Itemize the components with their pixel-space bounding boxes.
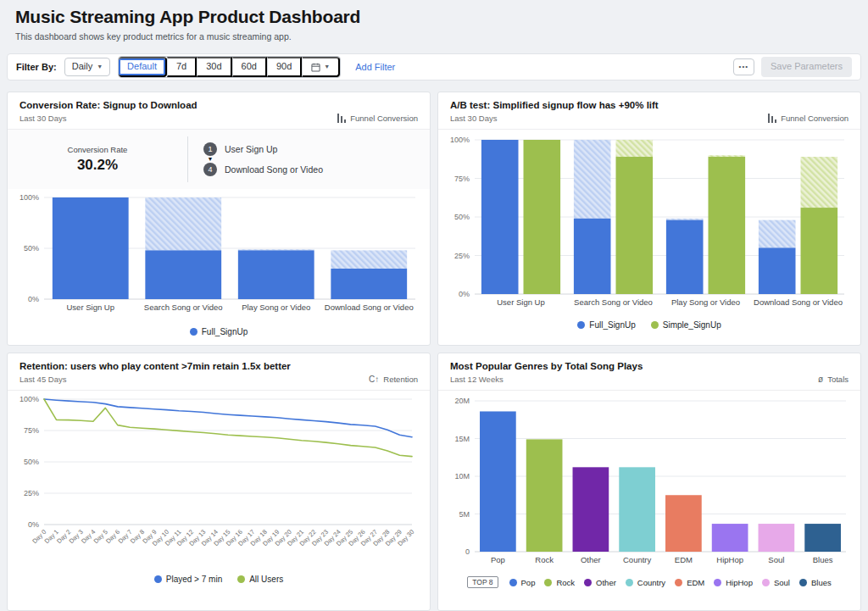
y-tick-label: 75% [24,426,39,435]
range-button-default[interactable]: Default [119,57,167,76]
line-series[interactable] [44,399,412,457]
bar-soul[interactable] [759,524,795,552]
bar-country[interactable] [619,467,655,552]
legend-label: Simple_SignUp [663,320,721,330]
bar-segment[interactable] [709,157,746,294]
funnel-steps: 1 User Sign Up ▼ 4 Download Song or Vide… [188,142,323,176]
y-tick-label: 20M [454,397,470,405]
step-number-badge: 4 [203,163,217,176]
legend-item[interactable]: Country [626,578,665,587]
bar-segment[interactable] [616,157,654,294]
legend-item[interactable]: Full_SignUp [190,327,248,336]
y-tick-label: 5M [459,510,470,519]
dropoff-segment[interactable] [331,250,407,269]
dropoff-segment[interactable] [709,155,746,157]
legend-item[interactable]: All Users [237,575,283,584]
y-tick-label: 25% [454,252,470,260]
y-tick-label: 100% [19,193,39,202]
dropoff-segment[interactable] [238,249,314,250]
save-parameters-button[interactable]: Save Parameters [761,57,852,76]
bar-segment[interactable] [53,197,129,299]
bar-rock[interactable] [526,439,563,552]
line-series[interactable] [44,399,412,437]
bar-blues[interactable] [804,524,841,552]
bar-segment[interactable] [801,208,838,294]
panel-ab-test: A/B test: Simplified signup flow has +90… [437,92,861,346]
x-tick-label: Search Song or Video [574,297,653,307]
interval-dropdown[interactable]: Daily ▼ [64,58,110,75]
bar-segment[interactable] [666,220,704,294]
y-tick-label: 0 [465,547,470,556]
bar-segment[interactable] [524,140,561,294]
legend-item[interactable]: EDM [675,578,704,587]
page-header: Music Streaming App Product Dashboard Th… [0,0,868,45]
range-button-90d[interactable]: 90d [267,57,302,76]
dropoff-segment[interactable] [666,219,704,220]
panel-conversion-rate: Conversion Rate: Signup to Download Last… [7,92,431,346]
step-label: User Sign Up [225,144,277,154]
legend-item[interactable]: Blues [799,578,832,587]
funnel-chart-icon [337,114,346,123]
dashboard-grid: Conversion Rate: Signup to Download Last… [7,92,861,611]
ab-test-chart: 0%25%50%75%100%User Sign UpSearch Song o… [438,130,860,319]
legend-dot [714,579,721,586]
bar-segment[interactable] [574,219,611,294]
bar-hiphop[interactable] [712,524,748,552]
dropoff-segment[interactable] [616,140,654,157]
custom-date-button[interactable]: ▼ [302,57,340,76]
y-tick-label: 15M [454,435,470,443]
page-title: Music Streaming App Product Dashboard [15,7,853,27]
x-tick-label: User Sign Up [67,303,115,312]
bar-pop[interactable] [480,411,516,552]
dropoff-segment[interactable] [759,220,796,248]
bar-other[interactable] [573,467,609,552]
legend-item[interactable]: Full_SignUp [577,320,635,330]
retention-chart: 0%25%50%75%100%Day 0Day 1Day 2Day 3Day 4… [8,391,430,574]
range-button-30d[interactable]: 30d [197,57,231,76]
chart-legend: Full_SignUpSimple_SignUp [438,320,860,330]
dropoff-segment[interactable] [801,157,838,208]
retention-icon: C↑ [369,375,379,384]
range-button-60d[interactable]: 60d [232,57,267,76]
legend-dot [154,575,162,583]
legend-item[interactable]: Pop [509,578,536,587]
x-tick-label: Search Song or Video [144,303,223,312]
legend-item[interactable]: Played > 7 min [154,575,222,584]
panel-subtitle: Last 30 Days [19,114,198,123]
funnel-chart-icon [768,114,776,123]
genres-chart: 05M10M15M20MPopRockOtherCountryEDMHipHop… [438,391,860,575]
x-tick-label: Blues [813,555,833,564]
overflow-menu-button[interactable]: ••• [733,58,754,75]
legend-item[interactable]: Simple_SignUp [651,320,721,330]
bar-segment[interactable] [238,250,314,299]
bar-segment[interactable] [481,140,519,294]
y-tick-label: 25% [24,489,39,497]
add-filter-link[interactable]: Add Filter [355,62,395,72]
legend-dot [651,321,659,329]
range-button-7d[interactable]: 7d [167,57,197,76]
funnel-step-end: 4 Download Song or Video [203,163,323,176]
legend-item[interactable]: Other [584,578,616,587]
bar-segment[interactable] [759,247,796,294]
legend-item[interactable]: Soul [762,578,790,587]
panel-header: Conversion Rate: Signup to Download Last… [8,92,430,130]
legend-item[interactable]: HipHop [714,578,753,587]
chart-type-tag: Funnel Conversion [768,114,849,123]
x-tick-label: Other [581,555,601,564]
bar-segment[interactable] [145,250,221,299]
y-tick-label: 10M [454,472,470,480]
bar-segment[interactable] [331,269,407,299]
legend-dot [584,579,592,586]
chart-canvas: 0%50%100%User Sign UpSearch Song or Vide… [14,189,424,323]
dropoff-segment[interactable] [145,197,221,250]
dropoff-segment[interactable] [574,140,611,219]
panel-title: A/B test: Simplified signup flow has +90… [450,100,659,110]
bar-edm[interactable] [665,495,702,552]
legend-label: Blues [811,578,832,587]
panel-header: Retention: users who play content >7min … [8,353,430,391]
panel-title: Conversion Rate: Signup to Download [19,100,198,110]
x-tick-label: EDM [675,555,693,564]
chart-type-tag: ø Totals [818,375,849,384]
chart-type-tag: C↑ Retention [369,375,418,384]
legend-item[interactable]: Rock [544,578,575,587]
